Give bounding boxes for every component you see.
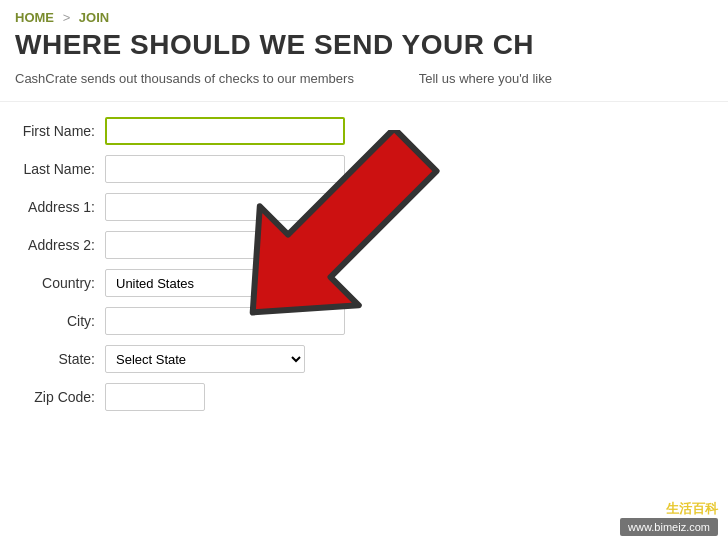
last-name-input[interactable]: [105, 155, 345, 183]
address2-row: Address 2:: [15, 231, 713, 259]
address1-row: Address 1:: [15, 193, 713, 221]
state-row: State: Select State Alabama Alaska Arizo…: [15, 345, 713, 373]
last-name-row: Last Name:: [15, 155, 713, 183]
last-name-label: Last Name:: [15, 161, 105, 177]
subtitle-left: CashCrate sends out thousands of checks …: [15, 71, 354, 86]
country-row: Country: United States Canada United Kin…: [15, 269, 713, 297]
first-name-row: First Name:: [15, 117, 713, 145]
state-label: State:: [15, 351, 105, 367]
page-wrapper: HOME > JOIN WHERE SHOULD WE SEND YOUR CH…: [0, 0, 728, 546]
address2-input[interactable]: [105, 231, 345, 259]
address2-label: Address 2:: [15, 237, 105, 253]
subtitle-right: Tell us where you'd like: [419, 71, 552, 86]
zip-row: Zip Code:: [15, 383, 713, 411]
watermark-site: www.bimeiz.com: [620, 518, 718, 536]
breadcrumb-separator: >: [63, 10, 71, 25]
first-name-label: First Name:: [15, 123, 105, 139]
country-select[interactable]: United States Canada United Kingdom: [105, 269, 305, 297]
page-title: WHERE SHOULD WE SEND YOUR CH: [0, 29, 728, 71]
zip-label: Zip Code:: [15, 389, 105, 405]
breadcrumb-join: JOIN: [79, 10, 109, 25]
address1-label: Address 1:: [15, 199, 105, 215]
city-input[interactable]: [105, 307, 345, 335]
watermark-label: 生活百科: [666, 500, 718, 518]
city-row: City:: [15, 307, 713, 335]
zip-input[interactable]: [105, 383, 205, 411]
breadcrumb-home[interactable]: HOME: [15, 10, 54, 25]
state-select[interactable]: Select State Alabama Alaska Arizona Cali…: [105, 345, 305, 373]
address1-input[interactable]: [105, 193, 345, 221]
page-subtitle: CashCrate sends out thousands of checks …: [0, 71, 728, 102]
country-label: Country:: [15, 275, 105, 291]
first-name-input[interactable]: [105, 117, 345, 145]
breadcrumb: HOME > JOIN: [0, 0, 728, 29]
address-form: First Name: Last Name: Address 1: Addres…: [0, 102, 728, 436]
city-label: City:: [15, 313, 105, 329]
